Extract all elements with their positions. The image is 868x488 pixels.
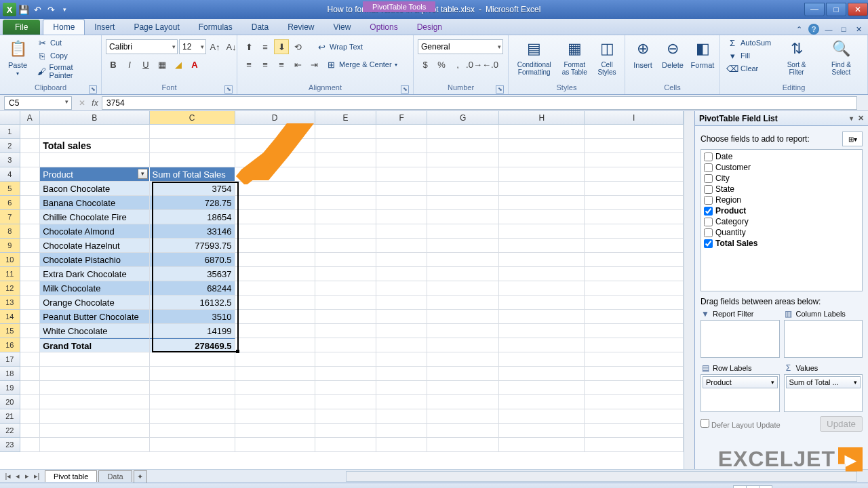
- cell[interactable]: [20, 395, 41, 409]
- cell[interactable]: [427, 381, 499, 395]
- row-header-17[interactable]: 17: [0, 352, 20, 367]
- row-header-1[interactable]: 1: [0, 125, 20, 139]
- cell[interactable]: [427, 239, 499, 253]
- cell[interactable]: [315, 324, 377, 338]
- cell[interactable]: [499, 409, 585, 424]
- cell[interactable]: [585, 352, 684, 367]
- cell[interactable]: [499, 224, 585, 239]
- decrease-indent-icon[interactable]: ⇤: [290, 57, 305, 72]
- alignment-launcher[interactable]: ⬊: [401, 85, 409, 94]
- cell[interactable]: [499, 296, 585, 310]
- cell[interactable]: [40, 438, 149, 452]
- cell[interactable]: [499, 210, 585, 224]
- cell[interactable]: [235, 196, 315, 210]
- cell[interactable]: 77593.75: [150, 239, 235, 253]
- tab-view[interactable]: View: [324, 20, 361, 35]
- close-button[interactable]: ✕: [848, 3, 868, 16]
- cell[interactable]: [499, 424, 585, 438]
- cell[interactable]: [40, 367, 149, 381]
- row-header-18[interactable]: 18: [0, 367, 20, 381]
- cell[interactable]: [235, 167, 315, 182]
- cell[interactable]: 278469.5: [150, 338, 235, 352]
- increase-decimal-icon[interactable]: .0→: [467, 57, 481, 72]
- field-state[interactable]: State: [703, 184, 861, 195]
- page-layout-view-icon[interactable]: [746, 485, 760, 489]
- cell[interactable]: [427, 438, 499, 452]
- align-center-icon[interactable]: ≡: [258, 57, 273, 72]
- cell[interactable]: Chocolate Almond: [40, 224, 149, 239]
- col-header-B[interactable]: B: [40, 111, 149, 124]
- cell[interactable]: 3754: [150, 182, 235, 196]
- cell[interactable]: [40, 352, 149, 367]
- cell[interactable]: [427, 253, 499, 267]
- shrink-font-icon[interactable]: A↓: [224, 39, 239, 54]
- value-chip-sum[interactable]: Sum of Total ...▾: [786, 376, 861, 388]
- cell[interactable]: [376, 338, 427, 352]
- cell[interactable]: [585, 395, 684, 409]
- cell[interactable]: [235, 310, 315, 324]
- cell[interactable]: [376, 296, 427, 310]
- field-quantity[interactable]: Quantity: [703, 227, 861, 238]
- qat-dropdown-icon[interactable]: ▾: [58, 3, 71, 16]
- cell[interactable]: [315, 224, 377, 239]
- sheet-nav-last-icon[interactable]: ▸|: [33, 472, 41, 481]
- cell[interactable]: [235, 281, 315, 296]
- cell[interactable]: [235, 210, 315, 224]
- cell[interactable]: [499, 338, 585, 352]
- field-list-dropdown-icon[interactable]: ▾: [850, 115, 853, 122]
- orientation-icon[interactable]: ⟲: [290, 39, 305, 54]
- row-header-13[interactable]: 13: [0, 296, 20, 310]
- page-break-view-icon[interactable]: [759, 485, 772, 489]
- cell[interactable]: [150, 381, 235, 395]
- cell[interactable]: 33146: [150, 224, 235, 239]
- cell[interactable]: [499, 352, 585, 367]
- cell[interactable]: [150, 424, 235, 438]
- cell[interactable]: [585, 424, 684, 438]
- cell[interactable]: [235, 182, 315, 196]
- cell[interactable]: [235, 381, 315, 395]
- cell-styles-button[interactable]: ◫Cell Styles: [593, 37, 620, 77]
- font-size-combo[interactable]: 12▾: [179, 39, 206, 54]
- redo-icon[interactable]: ↷: [45, 3, 57, 16]
- cell[interactable]: 728.75: [150, 196, 235, 210]
- cell[interactable]: [20, 438, 41, 452]
- cell[interactable]: [20, 139, 41, 153]
- field-city[interactable]: City: [703, 173, 861, 184]
- cell[interactable]: [150, 409, 235, 424]
- cell[interactable]: 18654: [150, 210, 235, 224]
- cell[interactable]: 3510: [150, 310, 235, 324]
- cell[interactable]: [20, 409, 41, 424]
- cell[interactable]: [235, 338, 315, 352]
- format-cells-button[interactable]: ◧Format: [689, 37, 716, 70]
- cell[interactable]: [235, 139, 315, 153]
- cell[interactable]: [427, 395, 499, 409]
- col-header-I[interactable]: I: [585, 111, 684, 124]
- row-header-4[interactable]: 4: [0, 167, 20, 182]
- percent-icon[interactable]: %: [434, 57, 449, 72]
- field-list-close-icon[interactable]: ✕: [856, 114, 865, 123]
- tab-formulas[interactable]: Formulas: [189, 20, 242, 35]
- cell[interactable]: [376, 167, 427, 182]
- save-icon[interactable]: 💾: [18, 3, 30, 16]
- align-top-icon[interactable]: ⬆: [241, 39, 256, 54]
- cell[interactable]: [235, 253, 315, 267]
- cell[interactable]: [499, 139, 585, 153]
- cell[interactable]: [499, 153, 585, 167]
- cell[interactable]: [235, 424, 315, 438]
- align-bottom-icon[interactable]: ⬇: [274, 39, 289, 54]
- cell[interactable]: [499, 438, 585, 452]
- clipboard-launcher[interactable]: ⬊: [89, 85, 97, 94]
- select-all-corner[interactable]: [0, 111, 20, 124]
- cell[interactable]: 16132.5: [150, 296, 235, 310]
- cell[interactable]: [315, 367, 377, 381]
- italic-button[interactable]: I: [122, 57, 137, 72]
- cell[interactable]: [150, 438, 235, 452]
- cell[interactable]: [499, 281, 585, 296]
- row-header-22[interactable]: 22: [0, 424, 20, 438]
- cell[interactable]: [20, 239, 41, 253]
- cell[interactable]: [20, 253, 41, 267]
- cell[interactable]: [585, 182, 684, 196]
- column-labels-box[interactable]: [784, 320, 863, 358]
- align-right-icon[interactable]: ≡: [274, 57, 289, 72]
- cell[interactable]: [499, 196, 585, 210]
